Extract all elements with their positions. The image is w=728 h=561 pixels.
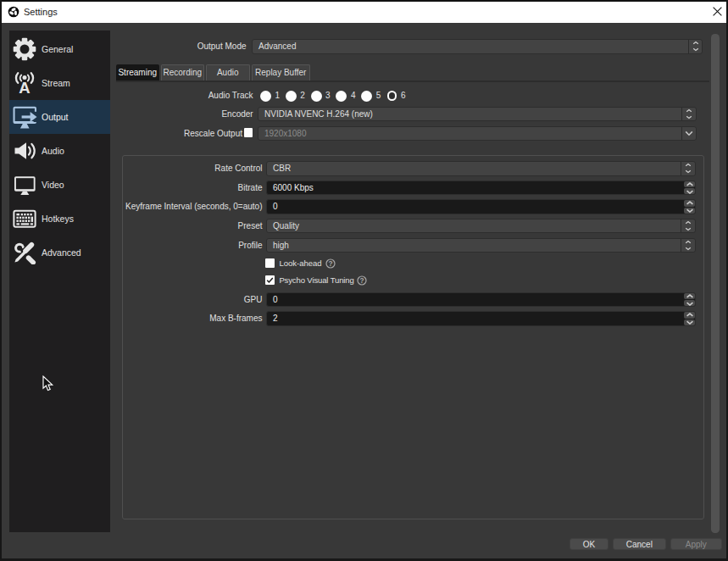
svg-text:?: ? — [328, 258, 332, 267]
svg-text:?: ? — [359, 275, 364, 284]
svg-text:A: A — [19, 79, 30, 94]
